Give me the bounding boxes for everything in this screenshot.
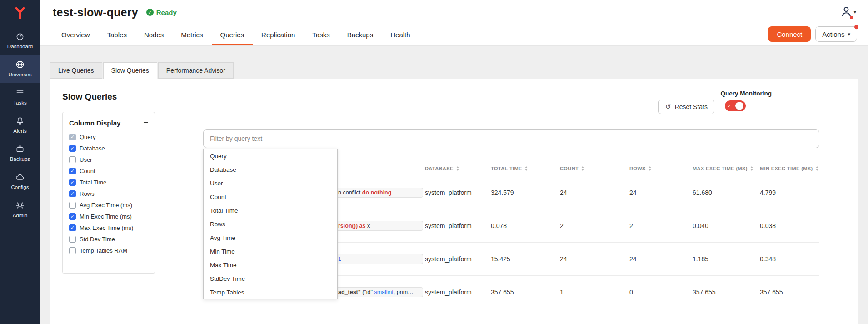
sort-icon xyxy=(525,166,528,171)
column-header-count[interactable]: COUNT xyxy=(560,166,629,171)
checkbox[interactable] xyxy=(69,236,76,243)
query-monitoring-toggle[interactable]: ✓ xyxy=(725,100,746,111)
column-option-std-dev-time[interactable]: Std Dev Time xyxy=(69,234,148,245)
column-option-query[interactable]: Query xyxy=(69,131,148,143)
column-header-database[interactable]: DATABASE xyxy=(425,166,491,171)
column-option-user[interactable]: User xyxy=(69,154,148,165)
dropdown-item-total-time[interactable]: Total Time xyxy=(204,204,337,217)
checkbox-label: Min Exec Time (ms) xyxy=(80,213,132,220)
dropdown-item-min-time[interactable]: Min Time xyxy=(204,244,337,258)
tab-backups[interactable]: Backups xyxy=(339,25,382,45)
checkbox[interactable] xyxy=(69,247,76,254)
actions-button[interactable]: Actions ▾ xyxy=(815,26,857,42)
column-header-rows[interactable]: ROWS xyxy=(629,166,693,171)
sidebar-item-tasks[interactable]: Tasks xyxy=(0,83,40,111)
tab-nodes[interactable]: Nodes xyxy=(135,25,172,45)
sidebar-item-configs[interactable]: Configs xyxy=(0,167,40,195)
sort-icon xyxy=(750,166,753,171)
count-cell: 24 xyxy=(560,255,629,263)
column-header-label: COUNT xyxy=(560,166,579,171)
column-header-total-time[interactable]: TOTAL TIME xyxy=(491,166,560,171)
column-option-temp-tables-ram[interactable]: Temp Tables RAM xyxy=(69,245,148,256)
gear-icon xyxy=(15,201,25,210)
tab-replication[interactable]: Replication xyxy=(253,25,304,45)
query-chip: 1 xyxy=(334,254,423,264)
sidebar-item-universes[interactable]: Universes xyxy=(0,55,40,83)
column-header-min-exec-time[interactable]: MIN EXEC TIME (MS) xyxy=(760,166,819,171)
column-option-count[interactable]: Count xyxy=(69,165,148,177)
subtab-performance-advisor[interactable]: Performance Advisor xyxy=(158,62,234,79)
filter-column-dropdown: Query Database User Count Total Time Row… xyxy=(203,149,338,299)
column-option-min-exec-time[interactable]: Min Exec Time (ms) xyxy=(69,211,148,222)
yugabyte-logo[interactable] xyxy=(0,0,40,26)
query-subtabs: Live Queries Slow Queries Performance Ad… xyxy=(50,62,858,79)
dropdown-item-stddev-time[interactable]: StdDev Time xyxy=(204,272,337,285)
column-option-total-time[interactable]: Total Time xyxy=(69,177,148,188)
total-time-cell: 0.078 xyxy=(491,222,560,229)
checkbox-label: Rows xyxy=(80,190,95,197)
user-icon xyxy=(840,5,852,17)
column-header-label: MIN EXEC TIME (MS) xyxy=(760,166,813,171)
column-option-max-exec-time[interactable]: Max Exec Time (ms) xyxy=(69,222,148,234)
rows-cell: 24 xyxy=(629,255,693,263)
checkbox[interactable] xyxy=(69,213,76,220)
column-display-title: Column Display xyxy=(69,119,120,127)
tab-tasks[interactable]: Tasks xyxy=(304,25,338,45)
checkbox[interactable] xyxy=(69,179,76,186)
tab-queries[interactable]: Queries xyxy=(212,25,253,45)
column-option-avg-exec-time[interactable]: Avg Exec Time (ms) xyxy=(69,199,148,211)
column-option-rows[interactable]: Rows xyxy=(69,188,148,199)
subtab-live-queries[interactable]: Live Queries xyxy=(50,62,102,79)
content: Live Queries Slow Queries Performance Ad… xyxy=(40,46,868,324)
checkbox[interactable] xyxy=(69,224,76,231)
checkbox-label: Avg Exec Time (ms) xyxy=(80,202,132,209)
dropdown-item-count[interactable]: Count xyxy=(204,190,337,204)
dropdown-item-rows[interactable]: Rows xyxy=(204,217,337,231)
tab-metrics[interactable]: Metrics xyxy=(172,25,211,45)
checkbox-label: Total Time xyxy=(80,179,106,186)
checkbox-label: Max Exec Time (ms) xyxy=(80,224,133,231)
sidebar-item-admin[interactable]: Admin xyxy=(0,195,40,224)
total-time-cell: 357.655 xyxy=(491,289,560,296)
subtab-slow-queries[interactable]: Slow Queries xyxy=(103,62,157,79)
tasks-icon xyxy=(15,88,25,97)
sidebar-item-backups[interactable]: Backups xyxy=(0,139,40,167)
checkbox[interactable] xyxy=(69,202,76,209)
sort-icon xyxy=(649,166,651,171)
checkbox[interactable] xyxy=(69,145,76,152)
checkbox[interactable] xyxy=(69,168,76,174)
connect-button[interactable]: Connect xyxy=(768,26,811,42)
dropdown-item-database[interactable]: Database xyxy=(204,163,337,176)
tab-tables[interactable]: Tables xyxy=(99,25,135,45)
total-time-cell: 324.579 xyxy=(491,189,560,196)
dropdown-item-query[interactable]: Query xyxy=(204,149,337,163)
sidebar-item-label: Alerts xyxy=(13,128,26,134)
tab-overview[interactable]: Overview xyxy=(53,25,99,45)
dropdown-item-avg-time[interactable]: Avg Time xyxy=(204,231,337,244)
main-area: test-slow-query ✓ Ready ▾ Overview Table… xyxy=(40,0,868,324)
dropdown-item-max-time[interactable]: Max Time xyxy=(204,258,337,272)
column-header-label: MAX EXEC TIME (MS) xyxy=(693,166,748,171)
dropdown-item-temp-tables[interactable]: Temp Tables xyxy=(204,285,337,299)
sidebar: Dashboard Universes Tasks Alerts Backups xyxy=(0,0,40,324)
checkbox[interactable] xyxy=(69,134,76,140)
column-header-label: TOTAL TIME xyxy=(491,166,522,171)
checkbox[interactable] xyxy=(69,190,76,197)
tab-health[interactable]: Health xyxy=(382,25,419,45)
user-menu[interactable]: ▾ xyxy=(840,5,856,17)
filter-input[interactable] xyxy=(203,129,819,148)
caret-down-icon: ▾ xyxy=(853,9,856,15)
dropdown-item-user[interactable]: User xyxy=(204,176,337,190)
sidebar-item-dashboard[interactable]: Dashboard xyxy=(0,26,40,55)
sidebar-item-alerts[interactable]: Alerts xyxy=(0,111,40,139)
checkbox[interactable] xyxy=(69,156,76,163)
column-option-database[interactable]: Database xyxy=(69,143,148,154)
total-time-cell: 15.425 xyxy=(491,255,560,263)
checkbox-label: User xyxy=(80,156,92,163)
max-exec-time-cell: 1.185 xyxy=(693,255,760,263)
column-header-max-exec-time[interactable]: MAX EXEC TIME (MS) xyxy=(693,166,760,171)
query-chip: ad_test" ("id" smallint, prim… xyxy=(334,287,423,297)
database-cell: system_platform xyxy=(425,255,491,263)
status-label: Ready xyxy=(156,9,177,16)
collapse-button[interactable]: − xyxy=(143,119,148,127)
